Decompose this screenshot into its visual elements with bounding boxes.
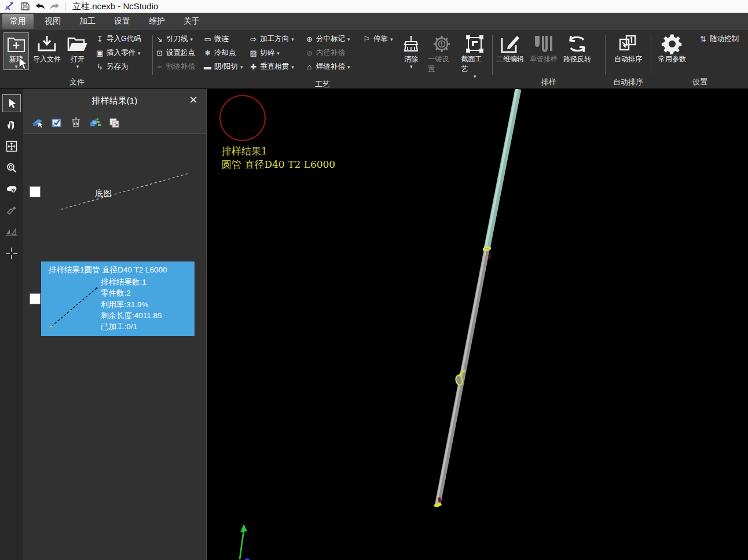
panel-header: 排样结果(1) ✕ (23, 89, 206, 112)
auto-sort-label: 自动排序 (614, 54, 642, 64)
junction-red-mark (487, 255, 490, 259)
utilization-line: 利用率:31.9% (101, 299, 162, 310)
clear-button[interactable]: 清除 (398, 32, 424, 70)
open-caret-icon (76, 64, 79, 69)
section-process-button[interactable]: 截面工艺 (460, 32, 490, 80)
open-button[interactable]: 打开 (65, 32, 90, 70)
select-tool-button[interactable] (2, 94, 21, 112)
tab-view[interactable]: 视图 (37, 14, 68, 29)
cooling-point-button[interactable]: ❄ 冷却点 (203, 46, 246, 60)
tab-maintenance[interactable]: 维护 (141, 14, 173, 29)
copy-parts-tool-button[interactable] (89, 116, 101, 129)
base-drawing-checkbox[interactable] (30, 186, 41, 197)
measure-tool-button[interactable] (2, 201, 21, 219)
zoom-magnifier-icon (6, 162, 17, 174)
save-icon[interactable] (20, 1, 30, 12)
weld-comp-button[interactable]: ⌂ 焊缝补偿 (305, 60, 360, 73)
weld-comp-caret-icon (347, 65, 350, 69)
ribbon-separator (152, 35, 153, 75)
tab-about[interactable]: 关于 (176, 14, 207, 29)
insert-part-label: 插入零件 (107, 48, 135, 58)
inner-comp-button[interactable]: ⊘ 内径补偿 (305, 46, 360, 60)
tab-home[interactable]: 常用 (2, 14, 34, 29)
nesting-results-panel: 排样结果(1) ✕ (23, 89, 207, 560)
tab-settings[interactable]: 设置 (107, 14, 138, 29)
open-label: 打开 (71, 54, 85, 64)
panel-close-button[interactable]: ✕ (188, 94, 199, 106)
yin-yang-cut-button[interactable]: ▬ 阴/阳切 (203, 60, 246, 73)
machined-line: 已加工:0/1 (101, 321, 162, 332)
nesting-result-card[interactable]: 排样结果1圆管 直径D40 T2 L6000 排样结果数:1 零件数:2 利用率… (41, 261, 195, 336)
vertical-intersect-caret-icon (291, 65, 294, 69)
micro-joint-button[interactable]: ▭ 微连 (203, 32, 246, 46)
one-key-setup-label: 一键设置 (428, 54, 455, 74)
follow-control-button[interactable]: ⇅ 随动控制 (698, 32, 739, 46)
dock-button[interactable]: ⚐ 停靠 (362, 32, 396, 46)
statistics-tool-button[interactable] (69, 116, 82, 129)
save-as-icon: ↳ (95, 62, 105, 71)
one-key-setup-button[interactable]: 一键设置 (426, 32, 457, 75)
import-gcode-button[interactable]: ↧ 导入G代码 (95, 32, 141, 46)
titlebar-separator (65, 2, 65, 10)
import-file-button[interactable]: 导入文件 (31, 32, 63, 65)
lead-line-button[interactable]: ↘ 引刀线 (155, 32, 200, 46)
import-file-label: 导入文件 (33, 54, 61, 64)
list-item-nesting-result[interactable]: 排样结果1圆管 直径D40 T2 L6000 排样结果数:1 零件数:2 利用率… (23, 260, 206, 338)
window-title: 立柱.ncexb - NcStudio (72, 1, 158, 12)
pan-tool-button[interactable] (2, 116, 21, 134)
gear-one-icon (431, 34, 453, 54)
vertical-intersect-button[interactable]: ✚ 垂直相贯 (248, 60, 302, 73)
export-layers-tool-button[interactable] (108, 116, 120, 129)
undo-icon[interactable] (35, 1, 45, 12)
trim-tool-button[interactable] (2, 223, 21, 241)
chop-button[interactable]: ▨ 切碎 (248, 46, 302, 60)
lead-line-caret-icon (190, 37, 193, 42)
machining-direction-button[interactable]: ⇨ 加工方向 (248, 32, 302, 46)
part-count-line: 零件数:2 (101, 288, 162, 299)
redo-icon[interactable] (50, 1, 60, 12)
save-as-button[interactable]: ↳ 另存为 (95, 60, 141, 73)
autosort-group-label: 自动排序 (607, 78, 649, 88)
zoom-tool-button[interactable] (2, 159, 21, 176)
check-select-tool-button[interactable] (50, 116, 63, 129)
new-file-icon (5, 34, 27, 54)
tab-machining[interactable]: 加工 (72, 14, 103, 29)
annotation-line2: 圆管 直径D40 T2 L6000 (222, 158, 335, 171)
viewport-canvas[interactable]: 排样结果1 圆管 直径D40 T2 L6000 (207, 89, 748, 560)
title-bar: 立柱.ncexb - NcStudio (0, 0, 748, 13)
common-params-button[interactable]: 常用参数 (657, 32, 688, 65)
single-pipe-nest-button[interactable]: 单管排样 (528, 32, 559, 65)
set-start-icon: ⊡ (155, 49, 164, 57)
ribbon-group-autosort: 自动排序 自动排序 (607, 31, 649, 88)
fit-view-button[interactable] (2, 137, 21, 155)
set-start-button[interactable]: ⊡ 设置起点 (155, 46, 200, 60)
ribbon-group-process: ↘ 引刀线 ⊡ 设置起点 ≈ 割缝补偿 ▭ (155, 31, 490, 88)
yin-yang-cut-icon: ▬ (203, 62, 212, 71)
view-3d-button[interactable] (2, 180, 21, 198)
pipe-select-tool-button[interactable] (31, 116, 44, 129)
center-mark-button[interactable]: ⊕ 分中标记 (305, 32, 360, 46)
kerf-comp-icon: ≈ (155, 62, 164, 71)
list-item-base-drawing[interactable]: 底图 (23, 157, 206, 221)
crosshair-tool-button[interactable] (2, 244, 21, 262)
ribbon-separator (492, 35, 493, 75)
process-group-label: 工艺 (155, 80, 490, 89)
center-mark-label: 分中标记 (316, 34, 345, 44)
nesting-result-checkbox[interactable] (30, 293, 41, 304)
kerf-comp-button[interactable]: ≈ 割缝补偿 (155, 60, 200, 73)
left-toolbar (0, 89, 23, 560)
pipe-stock-segment (486, 89, 518, 249)
menu-bar: 常用 视图 加工 设置 维护 关于 (0, 13, 748, 30)
path-reverse-button[interactable]: 路径反转 (562, 32, 593, 65)
cooling-point-label: 冷却点 (214, 48, 236, 58)
edit-pencil-icon (499, 34, 521, 54)
edit-2d-button[interactable]: 二维编辑 (494, 32, 526, 65)
insert-part-icon: ▣ (95, 49, 105, 57)
section-frame-icon (464, 34, 486, 54)
import-file-icon (36, 34, 58, 54)
insert-part-button[interactable]: ▣ 插入零件 (95, 46, 141, 60)
start-marker-circle (220, 95, 265, 141)
fit-view-icon (6, 141, 17, 152)
auto-sort-button[interactable]: 自动排序 (613, 32, 644, 65)
chop-icon: ▨ (248, 49, 258, 57)
